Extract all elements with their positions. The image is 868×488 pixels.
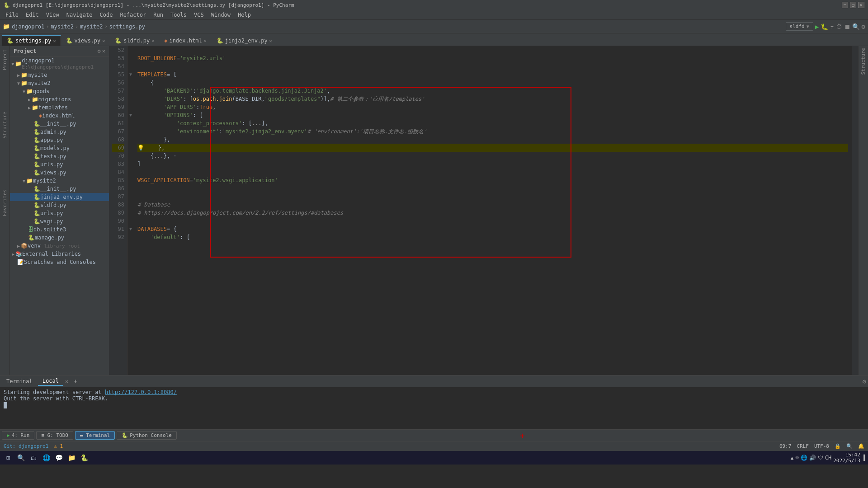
tree-manage[interactable]: 🐍 manage.py [10, 234, 109, 242]
settings-button[interactable]: ⚙ [862, 23, 865, 30]
project-tool-icon[interactable]: Project [0, 48, 9, 71]
menu-edit[interactable]: Edit [22, 11, 42, 19]
tree-tests[interactable]: 🐍 tests.py [10, 152, 109, 160]
tree-external-libs[interactable]: ▶ 📚 External Libraries [10, 250, 109, 258]
python-console-btn[interactable]: 🐍 Python Console [117, 431, 177, 440]
tree-urls-mysite2[interactable]: 🐍 urls.py [10, 209, 109, 217]
run-config[interactable]: sldfd ▼ [786, 22, 813, 31]
tab-views-py[interactable]: 🐍 views.py ✕ [61, 35, 110, 46]
menu-navigate[interactable]: Navigate [63, 11, 96, 19]
tree-admin[interactable]: 🐍 admin.py [10, 128, 109, 136]
add-terminal-tab[interactable]: + [69, 377, 81, 385]
tree-db-sqlite[interactable]: 🗄 db.sqlite3 [10, 225, 109, 234]
stop-button[interactable]: ⏹ [844, 23, 850, 30]
win-tray-arrow[interactable]: ▲ [791, 455, 794, 461]
tree-wsgi[interactable]: 🐍 wsgi.py [10, 217, 109, 225]
menu-view[interactable]: View [42, 11, 63, 19]
sidebar-gear-icon[interactable]: ⚙ [98, 48, 101, 54]
tree-mysite2-root[interactable]: ▼ 📁 mysite2 [10, 79, 109, 87]
position-status[interactable]: 69:7 [779, 443, 792, 449]
terminal-tab-label[interactable]: Terminal [2, 377, 37, 385]
tree-goods[interactable]: ▼ 📁 goods [10, 87, 109, 95]
line-num-60: 60 [112, 111, 124, 119]
tree-templates[interactable]: ▶ 📁 templates [10, 103, 109, 112]
tree-models[interactable]: 🐍 models.py [10, 144, 109, 152]
win-ie-icon[interactable]: 🌐 [41, 452, 52, 463]
sidebar-close-icon[interactable]: ✕ [102, 48, 105, 54]
win-task-icon[interactable]: 🗂 [28, 452, 39, 463]
menu-tools[interactable]: Tools [167, 11, 190, 19]
tree-index-html[interactable]: ◈ index.html [10, 112, 109, 120]
tab-settings-close[interactable]: ✕ [53, 38, 56, 43]
local-tab[interactable]: Local [38, 377, 63, 386]
menu-help[interactable]: Help [234, 11, 255, 19]
tab-views-close[interactable]: ✕ [102, 38, 105, 43]
tab-settings-py[interactable]: 🐍 settings.py ✕ [2, 35, 61, 46]
tab-index-close[interactable]: ✕ [204, 38, 207, 43]
terminal-toolbar-btn[interactable]: ▬ Terminal [75, 431, 115, 440]
run-button[interactable]: ▶ [815, 23, 819, 30]
win-search-icon[interactable]: 🔍 [15, 452, 26, 463]
win-pycharm-icon[interactable]: 🐍 [79, 452, 90, 463]
win-start-icon[interactable]: ⊞ [3, 452, 14, 463]
structure-right-icon[interactable]: Structure [860, 48, 866, 75]
tab-sldfd-py[interactable]: 🐍 sldfd.py ✕ [110, 35, 159, 46]
fold-options[interactable]: ▼ [127, 111, 134, 119]
fold-databases[interactable]: ▼ [127, 225, 134, 233]
tree-migrations[interactable]: ▶ 📁 migrations [10, 95, 109, 103]
terminal-link[interactable]: http://127.0.0.1:8080/ [105, 389, 177, 395]
tree-wsgi-label: wsgi.py [40, 218, 63, 225]
minimize-button[interactable]: ─ [842, 2, 848, 8]
menu-window[interactable]: Window [208, 11, 234, 19]
favorites-tool-icon[interactable]: Favorites [0, 188, 9, 218]
terminal-settings-icon[interactable]: ⚙ [863, 378, 866, 385]
tree-views-goods[interactable]: 🐍 views.py [10, 169, 109, 177]
encoding-status[interactable]: UTF-8 [814, 443, 829, 449]
profile-button[interactable]: ⏱ [836, 23, 842, 30]
menu-run[interactable]: Run [150, 11, 167, 19]
coverage-button[interactable]: ☂ [830, 23, 834, 30]
tab-index-html[interactable]: ◈ index.html ✕ [159, 35, 212, 46]
line-sep-status[interactable]: CRLF [797, 443, 809, 449]
tree-sldfd[interactable]: 🐍 sldfd.py [10, 201, 109, 209]
win-chat-icon[interactable]: 💬 [53, 452, 64, 463]
tree-jinja2-env[interactable]: 🐍 jinja2_env.py [10, 193, 109, 201]
tree-init-mysite2[interactable]: 🐍 __init__.py [10, 185, 109, 193]
tab-jinja2-py[interactable]: 🐍 jinja2_env.py ✕ [212, 35, 277, 46]
todo-toolbar-btn[interactable]: ≡ 6: TODO [36, 431, 73, 440]
main-layout: Project Structure Favorites Project ⚙ ✕ … [0, 46, 868, 375]
menu-refactor[interactable]: Refactor [116, 11, 150, 19]
menu-code[interactable]: Code [96, 11, 117, 19]
close-local-tab[interactable]: ✕ [65, 378, 68, 385]
tree-mysite2-inner[interactable]: ▼ 📁 mysite2 [10, 177, 109, 185]
code-container[interactable]: 52 53 54 55 56 57 58 59 60 61 67 68 69 7… [109, 46, 858, 375]
run-toolbar-btn[interactable]: ▶ 4: Run [2, 431, 34, 440]
win-shield-icon[interactable]: 🛡 [818, 455, 823, 461]
search-everywhere[interactable]: 🔍 [852, 23, 860, 30]
close-button[interactable]: ✕ [858, 2, 864, 8]
tab-sldfd-close[interactable]: ✕ [151, 38, 154, 43]
menu-file[interactable]: File [2, 11, 22, 19]
tab-jinja2-close[interactable]: ✕ [269, 38, 272, 43]
tree-scratches[interactable]: 📝 Scratches and Consoles [10, 258, 109, 266]
menu-vcs[interactable]: VCS [190, 11, 208, 19]
debug-button[interactable]: 🐛 [821, 23, 828, 30]
win-keyboard-icon[interactable]: ⌨ [795, 455, 798, 461]
maximize-button[interactable]: □ [850, 2, 856, 8]
win-network-icon[interactable]: 🌐 [801, 455, 807, 461]
win-lang-icon[interactable]: CH [825, 455, 831, 461]
tree-urls-goods[interactable]: 🐍 urls.py [10, 160, 109, 169]
tree-djangopro1[interactable]: ▼ 📁 djangopro1 E:\djangopros\djangopro1 [10, 56, 109, 71]
tree-init-goods[interactable]: 🐍 __init__.py [10, 120, 109, 128]
win-show-desktop[interactable]: ▐ [862, 455, 865, 461]
win-file-icon[interactable]: 📁 [66, 452, 77, 463]
line-num-87: 87 [112, 192, 124, 201]
tree-venv[interactable]: ▶ 📦 venv library root [10, 242, 109, 250]
tree-apps[interactable]: 🐍 apps.py [10, 136, 109, 144]
tree-mysite[interactable]: ▶ 📁 mysite [10, 71, 109, 79]
code-content[interactable]: ROOT_URLCONF = 'mysite2.urls' TEMPLATES … [134, 46, 852, 375]
structure-tool-icon[interactable]: Structure [0, 110, 9, 140]
fold-templates[interactable]: ▼ [127, 70, 134, 79]
win-volume-icon[interactable]: 🔊 [809, 455, 816, 461]
add-button[interactable]: + [520, 431, 525, 440]
